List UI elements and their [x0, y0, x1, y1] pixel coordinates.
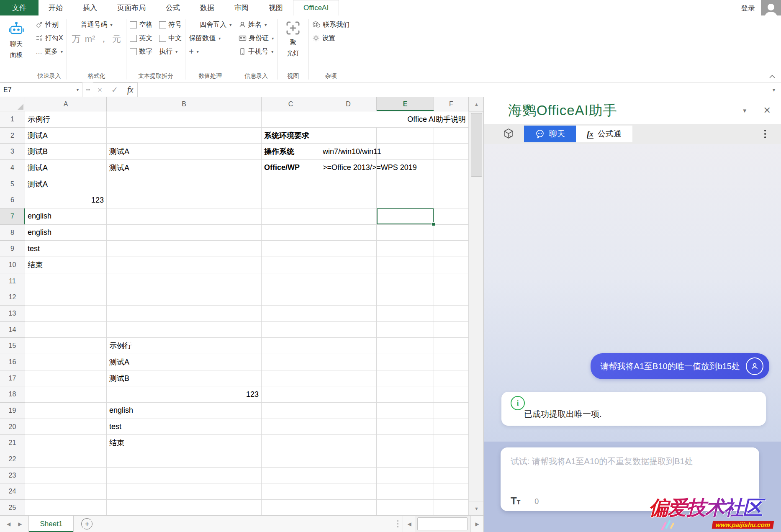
cell-B13[interactable] — [107, 306, 262, 322]
cell-D22[interactable] — [320, 451, 377, 468]
name-dropdown[interactable]: 姓名▾ — [239, 19, 274, 31]
scroll-up-icon[interactable]: ▲ — [469, 97, 484, 112]
cell-A15[interactable] — [25, 338, 107, 354]
cell-C23[interactable] — [262, 468, 320, 484]
cell-B24[interactable] — [107, 483, 262, 500]
row-header-20[interactable]: 20 — [0, 419, 25, 435]
row-header-14[interactable]: 14 — [0, 322, 25, 338]
row-header-3[interactable]: 3 — [0, 144, 25, 160]
add-sheet-button[interactable]: + — [81, 518, 92, 529]
cell-C4[interactable]: Office/WP — [262, 160, 320, 176]
cell-C17[interactable] — [262, 370, 320, 387]
row-header-13[interactable]: 13 — [0, 306, 25, 322]
column-header-A[interactable]: A — [25, 97, 107, 111]
tab-formula-helper[interactable]: fx 公式通 — [576, 126, 632, 142]
select-all-corner[interactable] — [0, 97, 25, 111]
tab-page-layout[interactable]: 页面布局 — [107, 0, 156, 15]
cell-F17[interactable] — [434, 370, 469, 387]
cell-A7[interactable]: english — [25, 208, 107, 225]
cell-C6[interactable] — [262, 192, 320, 208]
cell-D7[interactable] — [320, 208, 377, 225]
cell-F12[interactable] — [434, 289, 469, 306]
row-header-17[interactable]: 17 — [0, 370, 25, 387]
cell-C5[interactable] — [262, 176, 320, 193]
cell-E13[interactable] — [377, 306, 434, 322]
cell-E11[interactable] — [377, 273, 434, 290]
row-header-16[interactable]: 16 — [0, 354, 25, 370]
cell-E18[interactable] — [377, 386, 434, 403]
cell-A3[interactable]: 测试B — [25, 144, 107, 160]
cell-C18[interactable] — [262, 386, 320, 403]
wan-glyph[interactable]: 万 — [72, 33, 81, 45]
cell-B18[interactable]: 123 — [107, 386, 262, 403]
cell-B20[interactable]: test — [107, 419, 262, 435]
id-card-dropdown[interactable]: 身份证▾ — [239, 32, 274, 44]
row-header-7[interactable]: 7 — [0, 208, 25, 225]
cell-D11[interactable] — [320, 273, 377, 290]
row-header-24[interactable]: 24 — [0, 483, 25, 500]
formula-bar-splitter[interactable] — [82, 82, 93, 97]
row-header-22[interactable]: 22 — [0, 451, 25, 468]
tab-data[interactable]: 数据 — [190, 0, 224, 15]
spotlight-button[interactable]: 聚 光灯 — [281, 17, 305, 71]
cell-F10[interactable] — [434, 257, 469, 273]
tab-formulas[interactable]: 公式 — [156, 0, 190, 15]
cell-A17[interactable] — [25, 370, 107, 387]
formula-input[interactable] — [138, 82, 767, 97]
cell-E19[interactable] — [377, 403, 434, 419]
cell-E17[interactable] — [377, 370, 434, 387]
cell-C8[interactable] — [262, 225, 320, 241]
cell-F21[interactable] — [434, 435, 469, 451]
cell-A13[interactable] — [25, 306, 107, 322]
contact-us-button[interactable]: 联系我们 — [312, 19, 349, 31]
chat-input[interactable]: 试试: 请帮我将A1至A10的不重复数据提取到B1处 TT 0 — [501, 447, 759, 511]
cell-E9[interactable] — [377, 241, 434, 257]
scroll-right-icon[interactable]: ▶ — [470, 516, 483, 532]
cell-B16[interactable]: 测试A — [107, 354, 262, 370]
cell-A1[interactable]: 示例行 — [25, 111, 107, 128]
settings-button[interactable]: 设置 — [312, 32, 349, 44]
space-checkbox[interactable]: 空格 — [130, 19, 152, 31]
cell-C9[interactable] — [262, 241, 320, 257]
checkbox-icon[interactable] — [130, 35, 137, 42]
cell-B8[interactable] — [107, 225, 262, 241]
cell-A18[interactable] — [25, 386, 107, 403]
tabbar-splitter[interactable] — [397, 519, 398, 528]
sqm-glyph[interactable]: m² — [85, 34, 95, 44]
checkbox-icon[interactable] — [130, 48, 137, 55]
cell-E25[interactable] — [377, 500, 434, 516]
cell-D9[interactable] — [320, 241, 377, 257]
cell-F23[interactable] — [434, 468, 469, 484]
cell-B11[interactable] — [107, 273, 262, 290]
cell-B12[interactable] — [107, 289, 262, 306]
expand-formula-bar-icon[interactable]: ▾ — [767, 82, 781, 97]
cell-E16[interactable] — [377, 354, 434, 370]
cell-B21[interactable]: 结束 — [107, 435, 262, 451]
cell-F3[interactable] — [434, 144, 469, 160]
tab-officeai[interactable]: OfficeAI — [293, 0, 339, 16]
checkbox-icon[interactable] — [130, 21, 137, 28]
name-box[interactable]: E7 ▾ — [0, 82, 82, 97]
cell-B10[interactable] — [107, 257, 262, 273]
cell-D15[interactable] — [320, 338, 377, 354]
cell-C12[interactable] — [262, 289, 320, 306]
cell-A14[interactable] — [25, 322, 107, 338]
row-header-1[interactable]: 1 — [0, 111, 25, 128]
cell-C16[interactable] — [262, 354, 320, 370]
cell-D25[interactable] — [320, 500, 377, 516]
login-link[interactable]: 登录 — [741, 3, 755, 13]
row-header-21[interactable]: 21 — [0, 435, 25, 451]
cell-E10[interactable] — [377, 257, 434, 273]
round-dropdown[interactable]: 四舍五入▾ — [189, 19, 231, 31]
column-header-E[interactable]: E — [377, 97, 434, 111]
cell-F11[interactable] — [434, 273, 469, 290]
prev-sheet-icon[interactable]: ◀ — [7, 521, 10, 527]
spreadsheet[interactable]: ABCDEF1示例行Office AI助手说明2测试A系统环境要求3测试B测试A… — [0, 97, 469, 516]
cell-D21[interactable] — [320, 435, 377, 451]
run-button[interactable]: 执行▾ — [159, 46, 177, 57]
tab-chat[interactable]: 聊天 — [524, 126, 576, 142]
cell-D8[interactable] — [320, 225, 377, 241]
plus-dropdown[interactable]: +▾ — [189, 46, 231, 57]
cell-A20[interactable] — [25, 419, 107, 435]
cell-E5[interactable] — [377, 176, 434, 193]
